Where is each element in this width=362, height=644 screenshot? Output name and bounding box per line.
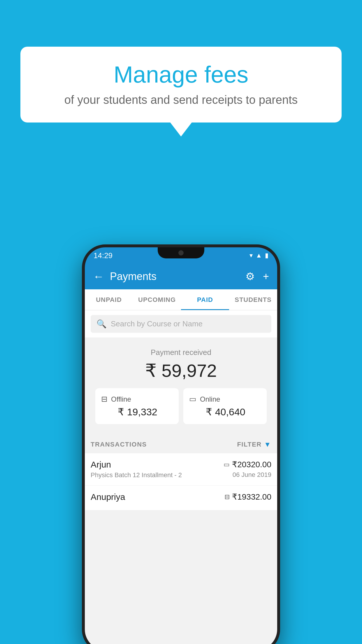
cash-payment-icon: ⊟ [224,493,230,501]
wifi-icon: ▾ [249,252,253,259]
payment-total-amount: ₹ 59,972 [91,360,271,381]
search-icon: 🔍 [96,319,107,329]
app-bar-actions: ⚙ + [245,270,269,283]
online-card-header: ▭ Online [189,395,261,404]
offline-card: ⊟ Offline ₹ 19,332 [95,388,179,424]
online-card: ▭ Online ₹ 40,640 [183,388,267,424]
speech-bubble: Manage fees of your students and send re… [20,47,342,123]
filter-icon: ▼ [264,440,271,449]
back-button[interactable]: ← [93,270,104,283]
transaction-name: Arjun [91,460,224,470]
power-button-top [279,300,280,317]
status-time: 14:29 [94,251,113,260]
online-label: Online [200,395,220,403]
signal-icon: ▲ [256,252,262,259]
transaction-description: Physics Batch 12 Installment - 2 [91,471,224,479]
transaction-amount: ₹20320.00 [232,460,271,469]
offline-label: Offline [111,395,131,403]
tab-students[interactable]: STUDENTS [229,289,277,310]
phone-frame: 14:29 ▾ ▲ ▮ ← Payments ⚙ + UNPAID UPCOMI… [82,244,280,644]
transaction-list: Arjun Physics Batch 12 Installment - 2 ▭… [85,453,277,510]
screen-content: 🔍 Search by Course or Name Payment recei… [85,310,277,644]
add-icon[interactable]: + [263,270,269,283]
transaction-amount: ₹19332.00 [232,492,271,502]
transaction-date: 06 June 2019 [233,471,271,479]
filter-label: FILTER [237,441,261,448]
transaction-right: ⊟ ₹19332.00 [224,492,271,502]
transaction-name: Anupriya [91,492,224,502]
transaction-amount-row: ▭ ₹20320.00 [224,460,271,469]
app-bar: ← Payments ⚙ + [85,264,277,289]
search-bar: 🔍 Search by Course or Name [85,310,277,337]
offline-icon: ⊟ [101,395,108,404]
transactions-label: TRANSACTIONS [91,441,147,448]
online-icon: ▭ [189,395,196,404]
tab-paid[interactable]: PAID [181,289,229,310]
online-amount: ₹ 40,640 [189,406,261,418]
phone-notch [158,247,204,258]
transaction-left: Arjun Physics Batch 12 Installment - 2 [91,460,224,479]
transaction-left: Anupriya [91,492,224,504]
transactions-header: TRANSACTIONS FILTER ▼ [85,432,277,453]
payment-summary: Payment received ₹ 59,972 ⊟ Offline ₹ 19… [85,337,277,432]
app-title: Payments [110,270,245,283]
tab-unpaid[interactable]: UNPAID [85,289,133,310]
filter-button[interactable]: FILTER ▼ [237,440,271,449]
settings-icon[interactable]: ⚙ [245,270,255,283]
power-button-bottom [279,332,280,367]
speech-bubble-heading: Manage fees [38,61,324,88]
battery-icon: ▮ [265,252,268,259]
search-input[interactable]: Search by Course or Name [111,319,203,328]
offline-amount: ₹ 19,332 [101,406,173,418]
transaction-amount-row: ⊟ ₹19332.00 [224,492,271,502]
transaction-right: ▭ ₹20320.00 06 June 2019 [224,460,271,479]
search-input-row[interactable]: 🔍 Search by Course or Name [91,315,271,333]
tab-bar: UNPAID UPCOMING PAID STUDENTS [85,289,277,310]
card-payment-icon: ▭ [224,461,230,468]
payment-cards-row: ⊟ Offline ₹ 19,332 ▭ Online ₹ 40,640 [91,388,271,424]
transaction-item[interactable]: Anupriya ⊟ ₹19332.00 [85,486,277,510]
tab-upcoming[interactable]: UPCOMING [133,289,181,310]
speech-bubble-subtext: of your students and send receipts to pa… [38,93,324,106]
payment-received-label: Payment received [91,348,271,357]
transaction-item[interactable]: Arjun Physics Batch 12 Installment - 2 ▭… [85,453,277,486]
status-icons: ▾ ▲ ▮ [249,252,268,259]
volume-button [82,312,83,335]
offline-card-header: ⊟ Offline [101,395,173,404]
